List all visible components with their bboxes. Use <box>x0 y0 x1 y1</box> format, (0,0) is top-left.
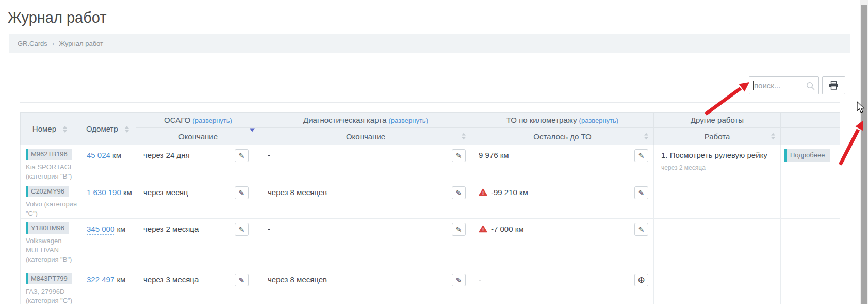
vehicle-model: Volkswagen MULTIVAN (категория "B") <box>26 236 77 264</box>
details-cell <box>781 182 840 219</box>
vehicle-model: Volvo (категория "C") <box>26 200 77 218</box>
breadcrumb-current: Журнал работ <box>59 40 103 47</box>
vertical-scrollbar[interactable] <box>860 0 868 304</box>
col-group-other-works: Другие работы <box>654 113 781 128</box>
sort-desc-active-icon <box>250 132 255 141</box>
work-journal-table: Номер Одометр ОСАГО (развернуть) Диагнос… <box>20 112 840 304</box>
diag-end-value: через 8 месяцев <box>268 188 327 197</box>
edit-button[interactable]: ✎ <box>235 274 249 286</box>
search-input[interactable] <box>754 81 806 90</box>
odometer-link[interactable]: 345 000 <box>87 225 114 235</box>
odometer-link[interactable]: 322 497 <box>87 275 114 285</box>
to-expand-link[interactable]: (развернуть) <box>579 117 619 125</box>
odometer-unit: км <box>117 275 125 284</box>
col-group-osago-label: ОСАГО <box>164 116 190 124</box>
to-left-cell: - ⊕ <box>471 269 654 304</box>
osago-expand-link[interactable]: (развернуть) <box>192 117 232 125</box>
edit-button[interactable]: ✎ <box>634 149 648 162</box>
edit-button[interactable]: ✎ <box>452 149 466 162</box>
edit-button[interactable]: ✎ <box>235 149 249 162</box>
edit-button[interactable]: ✎ <box>634 223 648 236</box>
subcol-osago-end[interactable]: Окончание <box>136 128 260 145</box>
plate-badge: M962TB196 <box>26 149 72 160</box>
diag-end-cell: - ✎ <box>260 145 471 182</box>
edit-button[interactable]: ✎ <box>235 186 249 199</box>
to-left-cell: 9 976 км ✎ <box>471 145 654 182</box>
to-left-cell: ! -99 210 км ✎ <box>471 182 654 219</box>
search-icon <box>806 82 815 90</box>
diag-end-value: через 8 месяцев <box>268 275 327 284</box>
details-button[interactable]: Подробнее <box>784 149 830 162</box>
plate-badge: C202MY96 <box>26 186 69 197</box>
toolbar-divider <box>20 102 840 103</box>
vehicle-model: ГАЗ, 27996D (категория "C") <box>26 287 77 304</box>
col-group-details <box>781 113 840 128</box>
col-header-number-label: Номер <box>32 124 56 133</box>
odometer-link[interactable]: 45 024 <box>87 151 110 161</box>
osago-end-cell: через 2 месяца ✎ <box>136 219 260 269</box>
edit-button[interactable]: ✎ <box>452 274 466 286</box>
diag-expand-link[interactable]: (развернуть) <box>388 117 428 125</box>
odometer-unit: км <box>112 151 121 159</box>
col-header-number[interactable]: Номер <box>21 113 79 145</box>
breadcrumb-separator: › <box>52 40 54 47</box>
work-cell <box>654 269 781 304</box>
table-row: M843PT799 ГАЗ, 27996D (категория "C") 32… <box>21 269 840 304</box>
add-button[interactable]: ⊕ <box>634 274 648 286</box>
edit-button[interactable]: ✎ <box>452 186 466 199</box>
details-cell: Подробнее <box>781 145 840 182</box>
search-box[interactable] <box>749 76 819 94</box>
col-group-to-label: ТО по километражу <box>506 116 577 124</box>
subcol-diag-end[interactable]: Окончание <box>260 128 471 145</box>
col-group-to-mileage: ТО по километражу (развернуть) <box>471 113 654 128</box>
to-left-value: 9 976 км <box>479 151 509 159</box>
scrollbar-thumb[interactable] <box>861 5 867 304</box>
plate-badge: Y180HM96 <box>26 222 69 234</box>
col-header-odometer[interactable]: Одометр <box>79 113 136 145</box>
sort-icon <box>771 133 775 140</box>
vehicle-cell: Y180HM96 Volkswagen MULTIVAN (категория … <box>21 219 79 269</box>
diag-end-value: - <box>268 151 270 159</box>
col-group-osago: ОСАГО (развернуть) <box>136 113 260 128</box>
osago-end-cell: через месяц ✎ <box>136 182 260 219</box>
warning-icon: ! <box>479 225 487 233</box>
subcol-work-label: Работа <box>705 132 730 141</box>
warning-icon: ! <box>479 188 487 196</box>
diag-end-cell: через 8 месяцев ✎ <box>260 269 471 304</box>
plus-circle-icon: ⊕ <box>637 276 645 284</box>
edit-button[interactable]: ✎ <box>235 223 249 236</box>
vehicle-cell: C202MY96 Volvo (категория "C") <box>21 182 79 219</box>
subcol-to-left[interactable]: Осталось до ТО <box>471 128 654 145</box>
odometer-unit: км <box>123 188 132 197</box>
to-left-cell: ! -7 000 км ✎ <box>471 219 654 269</box>
breadcrumb-root-link[interactable]: GR.Cards <box>18 40 47 47</box>
osago-end-value: через месяц <box>143 188 188 197</box>
odometer-cell: 1 630 190 км <box>79 182 136 219</box>
details-cell <box>781 269 840 304</box>
edit-button[interactable]: ✎ <box>452 223 466 236</box>
odometer-link[interactable]: 1 630 190 <box>87 188 121 198</box>
col-group-other-label: Другие работы <box>691 116 744 124</box>
odometer-cell: 322 497 км <box>79 269 136 304</box>
details-cell <box>781 219 840 269</box>
print-button[interactable] <box>822 76 845 94</box>
osago-end-cell: через 3 месяца ✎ <box>136 269 260 304</box>
text-caret <box>753 81 754 90</box>
content-panel: Номер Одометр ОСАГО (развернуть) Диагнос… <box>9 67 849 304</box>
page-title: Журнал работ <box>8 9 107 26</box>
sort-icon <box>644 133 648 140</box>
edit-button[interactable]: ✎ <box>634 186 648 199</box>
subcol-details <box>781 128 840 145</box>
work-cell <box>654 182 781 219</box>
sort-icon <box>63 126 67 133</box>
table-row: M962TB196 Kia SPORTAGE (категория "B") 4… <box>21 145 840 182</box>
subcol-to-left-label: Осталось до ТО <box>533 132 591 141</box>
sort-icon <box>462 133 466 140</box>
subcol-work[interactable]: Работа <box>654 128 781 145</box>
diag-end-cell: - ✎ <box>260 219 471 269</box>
to-left-value: -7 000 км <box>491 225 524 233</box>
vehicle-model: Kia SPORTAGE (категория "B") <box>26 163 77 181</box>
col-group-diag-card: Диагностическая карта (развернуть) <box>260 113 471 128</box>
osago-end-cell: через 24 дня ✎ <box>136 145 260 182</box>
diag-end-cell: через 8 месяцев ✎ <box>260 182 471 219</box>
